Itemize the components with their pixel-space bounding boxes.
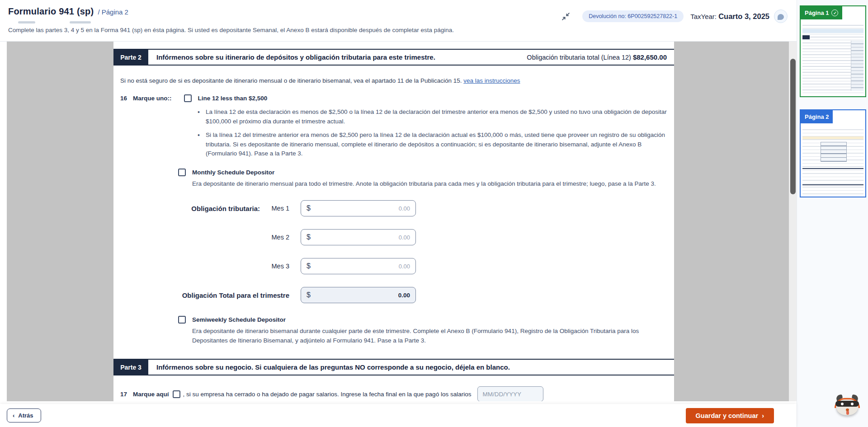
line16-label: Marque uno:: xyxy=(133,95,172,102)
bullet-item: • Si la línea 12 del trimestre anterior … xyxy=(198,131,667,159)
line12-less-checkbox[interactable] xyxy=(184,94,192,102)
bullet-dot: • xyxy=(198,108,200,126)
semiweekly-depositor-description: Era depositante de itinerario bisemanal … xyxy=(192,327,667,345)
monthly-obligation-inputs: Obligación tributaria: Mes 1 $ Mes 2 $ xyxy=(120,200,667,303)
header-right: Devolución no: 6P002592527822-1 TaxYear:… xyxy=(561,7,788,25)
instruction-text: Si no está seguro de si es depositante d… xyxy=(120,77,667,84)
quarter-total-row: Obligación Total para el trimestre $ 0.0… xyxy=(120,287,667,303)
final-wages-date-input[interactable] xyxy=(477,386,543,401)
page1-label: Página 1 ✓ xyxy=(801,6,842,19)
part2-total-value: $82,650.00 xyxy=(633,53,667,61)
line17-number: 17 xyxy=(120,391,133,398)
month1-amount-input[interactable] xyxy=(311,205,410,212)
footer: ‹ Atrás Guardar y continuar › xyxy=(0,404,797,427)
line12-less-label: Line 12 less than $2,500 xyxy=(198,95,268,102)
thumbnail-page-2[interactable]: Página 2 xyxy=(800,109,866,197)
month3-label: Mes 3 xyxy=(260,263,289,270)
bullet-item: • La línea 12 de esta declaración es men… xyxy=(198,108,667,126)
chevron-right-icon: › xyxy=(762,412,764,419)
header-left: Formulario 941 (sp) / Página 2 Complete … xyxy=(8,6,454,41)
monthly-depositor-checkbox[interactable] xyxy=(178,169,186,176)
dollar-prefix: $ xyxy=(307,262,311,270)
month3-amount-input[interactable] xyxy=(311,263,410,270)
line16-number: 16 xyxy=(120,95,133,102)
business-closed-checkbox[interactable] xyxy=(173,390,180,398)
form-page: Parte 2 Infórmenos sobre su itinerario d… xyxy=(113,42,674,401)
part3-badge: Parte 3 xyxy=(113,360,148,375)
chevron-left-icon: ‹ xyxy=(13,412,14,419)
line17-label: Marque aquí xyxy=(133,391,169,398)
back-button-label: Atrás xyxy=(18,412,33,419)
scrollbar-thumb[interactable] xyxy=(790,59,796,194)
scrollbar-track[interactable] xyxy=(789,42,797,401)
header: Formulario 941 (sp) / Página 2 Complete … xyxy=(0,0,797,42)
quarter-total-value: 0.00 xyxy=(311,292,410,299)
bullet2-text: Si la línea 12 del trimestre anterior er… xyxy=(206,131,667,159)
save-continue-button[interactable]: Guardar y continuar › xyxy=(686,408,774,423)
month2-input-wrap: $ xyxy=(301,229,416,245)
quarter-total-input-wrap: $ 0.00 xyxy=(301,287,416,303)
return-number-badge: Devolución no: 6P002592527822-1 xyxy=(582,10,684,22)
month-row: Mes 3 $ xyxy=(120,258,667,274)
page1-label-text: Página 1 xyxy=(805,9,829,16)
taxyear-value: Cuarto 3, 2025 xyxy=(718,12,769,20)
page2-label: Página 2 xyxy=(801,110,833,123)
page-thumbnails-sidebar: Página 1 ✓ Página 2 xyxy=(797,0,868,427)
thumbnail-page-1[interactable]: Página 1 ✓ xyxy=(800,5,866,97)
monthly-depositor-title: Monthly Schedule Depositor xyxy=(192,169,274,176)
quarter-total-label: Obligación Total para el trimestre xyxy=(120,291,289,299)
month1-input-wrap: $ xyxy=(301,200,416,216)
line17-row: 17 Marque aquí , si su empresa ha cerrad… xyxy=(120,386,667,401)
bullet1-text: La línea 12 de esta declaración es menos… xyxy=(206,108,667,126)
semiweekly-depositor-title: Semiweekly Schedule Depositor xyxy=(192,316,286,323)
line16-row: 16 Marque uno:: Line 12 less than $2,500 xyxy=(120,94,667,102)
taxyear-label: TaxYear: xyxy=(690,13,717,20)
month-row: Obligación tributaria: Mes 1 $ xyxy=(120,200,667,216)
taxyear: TaxYear: Cuarto 3, 2025 xyxy=(690,12,769,21)
dollar-prefix: $ xyxy=(307,204,311,212)
page-title: Formulario 941 (sp) xyxy=(8,6,94,17)
collapse-icon[interactable] xyxy=(561,12,571,21)
back-button[interactable]: ‹ Atrás xyxy=(7,408,41,422)
dollar-prefix: $ xyxy=(307,233,311,241)
monthly-depositor-description: Era depositante de itinerario mensual pa… xyxy=(192,179,667,189)
mascot-helper-icon[interactable] xyxy=(835,394,860,416)
month2-label: Mes 2 xyxy=(260,234,289,241)
part2-header: Parte 2 Infórmenos sobre su itinerario d… xyxy=(113,49,674,66)
breadcrumb: / Página 2 xyxy=(98,8,128,16)
instruction-body: Si no está seguro de si es depositante d… xyxy=(120,77,463,84)
part3-header: Parte 3 Infórmenos sobre su negocio. Si … xyxy=(113,359,674,375)
month2-amount-input[interactable] xyxy=(311,234,410,241)
dollar-prefix: $ xyxy=(307,291,311,299)
page-subtitle: Complete las partes 3, 4 y 5 en la Forma… xyxy=(8,27,454,33)
semiweekly-depositor-checkbox[interactable] xyxy=(178,316,186,324)
part2-title: Infórmenos sobre su itinerario de depósi… xyxy=(156,53,435,61)
line17-text: , si su empresa ha cerrado o ha dejado d… xyxy=(183,391,472,398)
line16-bullets: • La línea 12 de esta declaración es men… xyxy=(198,108,667,159)
title-underline-decoration xyxy=(18,21,91,23)
thumbnail-preview xyxy=(802,127,863,195)
monthly-depositor-section: Monthly Schedule Depositor Era depositan… xyxy=(178,169,667,189)
save-button-label: Guardar y continuar xyxy=(696,412,759,419)
part3-title: Infórmenos sobre su negocio. Si cualquie… xyxy=(156,363,510,371)
part2-total: Obligación tributaria total (Línea 12) $… xyxy=(527,53,667,61)
part2-badge: Parte 2 xyxy=(113,50,148,65)
semiweekly-depositor-section: Semiweekly Schedule Depositor Era deposi… xyxy=(178,316,667,345)
page2-label-text: Página 2 xyxy=(805,113,829,120)
quarter-progress-icon[interactable] xyxy=(774,9,788,23)
obligation-label: Obligación tributaria: xyxy=(120,205,260,212)
check-circle-icon: ✓ xyxy=(831,9,838,16)
app: Formulario 941 (sp) / Página 2 Complete … xyxy=(0,0,868,427)
part2-total-label: Obligación tributaria total (Línea 12) xyxy=(527,54,633,61)
thumbnail-preview xyxy=(802,23,863,94)
bullet-dot: • xyxy=(198,131,200,159)
month-row: Mes 2 $ xyxy=(120,229,667,245)
document-canvas: Parte 2 Infórmenos sobre su itinerario d… xyxy=(0,42,797,404)
month1-label: Mes 1 xyxy=(260,205,289,212)
month3-input-wrap: $ xyxy=(301,258,416,274)
main-column: Formulario 941 (sp) / Página 2 Complete … xyxy=(0,0,797,427)
see-instructions-link[interactable]: vea las instrucciones xyxy=(463,77,520,84)
